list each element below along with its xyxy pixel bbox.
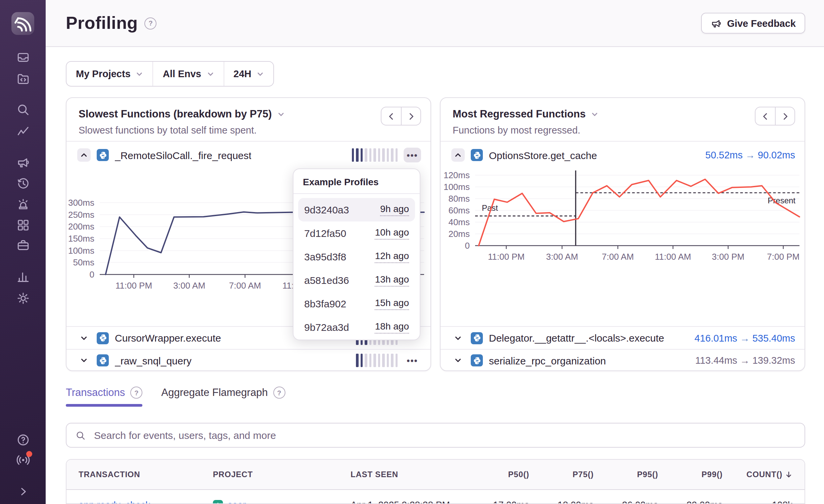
pager-next-button[interactable] xyxy=(401,107,421,125)
profile-row[interactable]: 9d3240a39h ago xyxy=(298,198,415,221)
column-header-transaction[interactable]: TRANSACTION xyxy=(79,470,213,479)
regression-values[interactable]: 416.01ms→535.40ms xyxy=(694,333,795,343)
profile-row[interactable]: 7d12fa5010h ago xyxy=(298,221,415,245)
function-name: OptionsStore.get_cache xyxy=(489,149,597,161)
function-row[interactable]: _RemoteSiloCall._fire_request ••• xyxy=(66,141,430,168)
give-feedback-label: Give Feedback xyxy=(727,18,796,29)
profile-row[interactable]: 8b3fa90215h ago xyxy=(298,292,415,315)
pager-next-button[interactable] xyxy=(775,107,795,125)
profile-row[interactable]: 9b72aa3d18h ago xyxy=(298,315,415,339)
project-filter[interactable]: My Projects xyxy=(66,62,153,86)
profile-id[interactable]: a581ed36 xyxy=(304,274,349,286)
page-help-icon[interactable]: ? xyxy=(145,17,157,29)
sentry-logo-button[interactable] xyxy=(11,12,34,35)
search-input[interactable] xyxy=(93,429,796,442)
expand-button[interactable] xyxy=(451,354,465,367)
profile-age[interactable]: 9h ago xyxy=(380,204,409,216)
profile-age[interactable]: 12h ago xyxy=(375,251,409,263)
tab-help-icon[interactable]: ? xyxy=(130,387,142,399)
project-link[interactable]: seer xyxy=(228,499,246,504)
column-header-count-label: COUNT() xyxy=(746,470,782,479)
svg-text:150ms: 150ms xyxy=(68,234,94,244)
sidebar-item-explore[interactable] xyxy=(0,102,46,117)
sidebar-item-feedback[interactable] xyxy=(0,154,46,169)
profile-id[interactable]: 3a95d3f8 xyxy=(304,251,346,262)
column-header-p95[interactable]: P95() xyxy=(594,470,658,479)
sidebar-item-settings[interactable] xyxy=(0,291,46,305)
profile-id[interactable]: 9b72aa3d xyxy=(304,321,349,333)
most-regressed-title-select[interactable]: Most Regressed Functions xyxy=(453,108,792,120)
transaction-link[interactable]: app.ready_check xyxy=(79,499,213,504)
function-row[interactable]: serialize_rpc_organization 113.44ms→139.… xyxy=(441,349,805,371)
column-header-last-seen[interactable]: LAST SEEN xyxy=(351,470,465,479)
tab-help-icon[interactable]: ? xyxy=(273,387,285,399)
python-platform-icon xyxy=(471,149,483,161)
row-actions-button[interactable]: ••• xyxy=(404,148,421,162)
svg-text:100ms: 100ms xyxy=(68,246,94,256)
expand-button[interactable] xyxy=(451,331,465,345)
svg-text:7:00 AM: 7:00 AM xyxy=(602,252,634,262)
svg-text:7:00 PM: 7:00 PM xyxy=(767,252,799,262)
profile-row[interactable]: 3a95d3f812h ago xyxy=(298,245,415,268)
profile-age[interactable]: 18h ago xyxy=(375,321,409,334)
example-profiles-popup: Example Profiles 9d3240a39h ago7d12fa501… xyxy=(293,168,420,340)
column-header-project[interactable]: PROJECT xyxy=(213,470,351,479)
profile-id[interactable]: 9d3240a3 xyxy=(304,204,349,215)
profile-row[interactable]: a581ed3613h ago xyxy=(298,268,415,292)
sidebar-collapse-toggle[interactable] xyxy=(0,484,46,499)
pager-previous-button[interactable] xyxy=(381,107,401,125)
function-row[interactable]: _raw_snql_query ••• xyxy=(66,349,430,371)
profile-id[interactable]: 8b3fa902 xyxy=(304,298,346,309)
column-header-p50[interactable]: P50() xyxy=(465,470,529,479)
sidebar-item-metrics[interactable] xyxy=(0,269,46,284)
function-sparkline xyxy=(352,148,398,162)
chevron-left-icon xyxy=(387,112,395,120)
sidebar-item-replays[interactable] xyxy=(0,176,46,191)
regression-values[interactable]: 113.44ms→139.32ms xyxy=(695,355,795,366)
tab-aggregate-flamegraph[interactable]: Aggregate Flamegraph ? xyxy=(161,387,285,407)
slowest-functions-header: Slowest Functions (breakdown by P75) Slo… xyxy=(66,98,430,141)
date-range-filter[interactable]: 24H xyxy=(223,62,273,86)
sidebar-item-projects[interactable] xyxy=(0,71,46,86)
sidebar-item-help[interactable] xyxy=(0,432,46,447)
table-row[interactable]: app.ready_check seer Apr 1, 2025 9:28:38… xyxy=(66,490,805,504)
row-actions-button[interactable]: ••• xyxy=(404,353,421,368)
sidebar-item-whats-new[interactable] xyxy=(0,452,46,467)
column-header-p75[interactable]: P75() xyxy=(529,470,594,479)
collapse-button[interactable] xyxy=(451,148,465,162)
profile-age[interactable]: 13h ago xyxy=(375,274,409,287)
search-bar[interactable] xyxy=(66,423,805,448)
function-row[interactable]: Delegator.__getattr__.<locals>.execute 4… xyxy=(441,326,805,349)
chevron-down-icon xyxy=(455,357,461,364)
chevron-down-icon xyxy=(207,70,214,78)
sidebar-item-insights[interactable] xyxy=(0,238,46,252)
last-seen-cell: Apr 1, 2025 9:28:38 PM xyxy=(351,499,465,504)
expand-button[interactable] xyxy=(77,354,91,367)
collapse-button[interactable] xyxy=(77,148,91,162)
regression-values[interactable]: 50.52ms→90.02ms xyxy=(705,150,795,160)
sidebar-item-issues[interactable] xyxy=(0,50,46,64)
sidebar-item-stats[interactable] xyxy=(0,123,46,138)
slowest-functions-title-select[interactable]: Slowest Functions (breakdown by P75) xyxy=(79,108,418,120)
project-cell[interactable]: seer xyxy=(213,499,351,504)
column-header-p99[interactable]: P99() xyxy=(658,470,723,479)
svg-text:11:00 AM: 11:00 AM xyxy=(655,252,691,262)
profile-id[interactable]: 7d12fa50 xyxy=(304,228,346,239)
column-header-count[interactable]: COUNT() xyxy=(723,470,792,479)
tab-transactions[interactable]: Transactions ? xyxy=(66,387,142,407)
sidebar-item-alerts[interactable] xyxy=(0,197,46,211)
issues-inbox-icon xyxy=(16,50,30,64)
count-cell: 108k xyxy=(723,499,792,504)
chevron-right-icon xyxy=(16,484,30,498)
pager-previous-button[interactable] xyxy=(755,107,775,125)
megaphone-icon xyxy=(710,17,722,29)
expand-button[interactable] xyxy=(77,331,91,345)
give-feedback-button[interactable]: Give Feedback xyxy=(701,13,805,34)
sidebar-item-dashboards[interactable] xyxy=(0,217,46,232)
function-row[interactable]: OptionsStore.get_cache 50.52ms→90.02ms xyxy=(441,141,805,168)
profile-age[interactable]: 10h ago xyxy=(375,227,409,240)
environment-filter[interactable]: All Envs xyxy=(153,62,223,86)
slowest-functions-pager xyxy=(381,107,421,125)
svg-text:100ms: 100ms xyxy=(444,182,470,192)
profile-age[interactable]: 15h ago xyxy=(375,298,409,310)
